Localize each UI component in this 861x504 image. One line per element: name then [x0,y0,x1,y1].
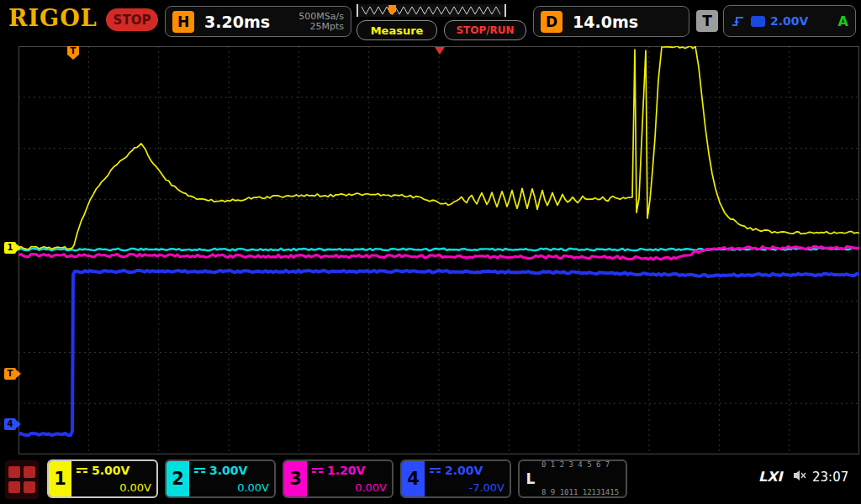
digital-label: L [520,470,541,487]
coupling-icon [312,468,323,473]
coupling-icon [194,468,205,473]
lxi-logo: LXI [758,469,782,485]
digital-row-2: 8 9 1011 12131415 [541,488,619,497]
memory-waveform-icon [357,4,506,17]
memory-bar-right-bracket [504,4,506,17]
trigger-level-value: 2.00V [770,14,808,28]
horizontal-icon: H [172,11,194,33]
channel-1-offset: 0.00V [77,481,151,494]
channel-3-box[interactable]: 3 1.20V 0.00V [283,459,394,498]
level-marker-4[interactable]: 4 [4,418,16,430]
delay-box: D 14.0ms [533,6,689,37]
channel-4-badge: 4 [402,461,425,496]
measure-button[interactable]: Measure [357,20,437,40]
menu-grid-icon[interactable] [5,460,39,499]
trigger-settings-box[interactable]: 2.00V A [723,5,856,37]
channel-4-box[interactable]: 4 2.00V -7.00V [400,459,511,498]
channel-3-badge: 3 [284,461,307,496]
sample-rate: 500MSa/s [298,12,344,22]
delay-window-marker [435,47,445,55]
channel-3-offset: 0.00V [312,481,387,494]
horizontal-timebase-box: H 3.20ms 500MSa/s 25Mpts [165,6,351,37]
channel-1-badge: 1 [49,461,71,496]
stop-run-button[interactable]: STOP/RUN [444,20,526,40]
channel-1-box[interactable]: 1 5.00V 0.00V [47,459,158,498]
channel-2-badge: 2 [166,461,189,496]
acquisition-info: 500MSa/s 25Mpts [298,12,344,32]
trigger-mode-auto: A [838,13,848,29]
channel-4-offset: -7.00V [430,481,504,494]
bottom-status-bar: 1 5.00V 0.00V 2 3.00V 0.00V 3 1.20V 0.00… [0,458,861,504]
level-marker-1[interactable]: 1 [4,242,16,254]
memory-depth: 25Mpts [298,22,344,32]
channel-4-scale: 2.00V [445,464,483,477]
channel-3-scale: 1.20V [327,464,365,477]
speaker-mute-icon [792,469,807,482]
trigger-slope-icon [731,14,746,28]
trigger-icon: T [696,10,718,32]
delay-icon: D [541,11,563,33]
coupling-icon [430,468,441,473]
channel-2-scale: 3.00V [209,464,247,477]
rigol-logo: RIGOL [8,5,98,31]
channel-2-box[interactable]: 2 3.00V 0.00V [165,459,276,498]
level-marker-T[interactable]: T [4,368,16,380]
coupling-icon [77,468,87,473]
waveform-canvas [18,46,859,454]
top-status-bar: RIGOL STOP H 3.20ms 500MSa/s 25Mpts Meas… [0,0,861,42]
clock: 23:07 [812,470,848,485]
channel-1-scale: 5.00V [92,464,129,477]
timebase-value: 3.20ms [204,13,270,31]
digital-row-1: 0 1 2 3 4 5 6 7 [541,460,619,470]
delay-value: 14.0ms [573,13,638,31]
digital-channels-box[interactable]: L 0 1 2 3 4 5 6 7 8 9 1011 12131415 [518,459,627,498]
memory-bar [357,4,506,17]
graticule [18,46,859,454]
run-state-badge: STOP [106,8,158,31]
memory-bar-left-bracket [357,4,358,17]
trigger-source-icon [751,16,765,27]
channel-2-offset: 0.00V [194,481,269,494]
trigger-status-group[interactable]: T 2.00V A [696,4,856,38]
scope-display: 1T4T [0,42,861,457]
